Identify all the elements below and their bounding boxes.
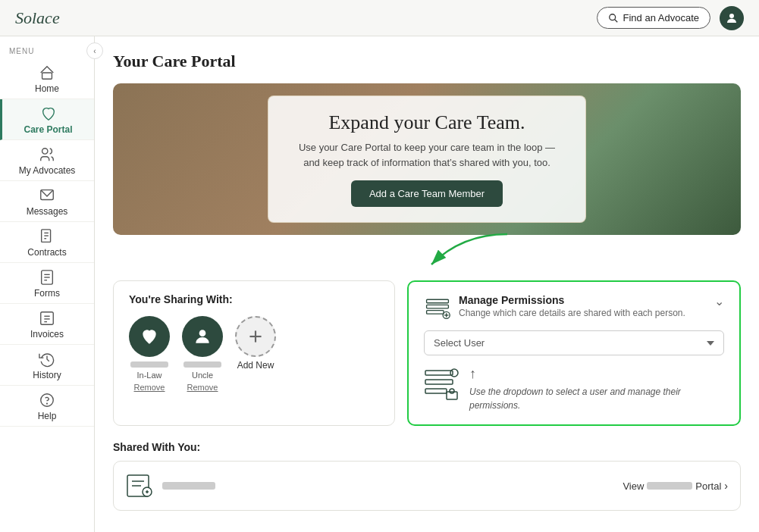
permissions-header-left: Manage Permissions Change which care det…: [424, 294, 685, 321]
sidebar-item-invoices[interactable]: Invoices: [0, 304, 94, 345]
advocates-icon: [39, 146, 55, 163]
add-new-circle[interactable]: [235, 316, 276, 357]
sharing-card: You're Sharing With: In-Law Remove: [113, 280, 395, 426]
svg-rect-25: [427, 305, 449, 308]
forms-icon: [39, 269, 55, 286]
avatar-inlaw-remove[interactable]: Remove: [134, 383, 165, 392]
permissions-hint-text-wrap: ↑ Use the dropdown to select a user and …: [469, 366, 724, 412]
hero-content: Expand your Care Team. Use your Care Por…: [268, 95, 586, 223]
green-arrow: [113, 238, 741, 276]
history-icon: [39, 351, 55, 368]
portal-label: Portal: [695, 480, 721, 492]
svg-point-19: [47, 403, 48, 404]
sidebar-item-home[interactable]: Home: [0, 58, 94, 99]
sidebar-item-label: Invoices: [30, 329, 64, 340]
hero-title: Expand your Care Team.: [291, 111, 563, 134]
sidebar-item-forms[interactable]: Forms: [0, 263, 94, 304]
sidebar-item-label: Forms: [34, 288, 60, 299]
view-portal-button[interactable]: View Portal ›: [623, 480, 728, 492]
svg-point-4: [42, 149, 48, 154]
shared-item-name-blurred: [162, 482, 215, 490]
avatar-uncle: [182, 316, 223, 357]
top-nav: Solace Find an Advocate: [0, 0, 759, 36]
svg-rect-26: [427, 311, 444, 315]
menu-label: MENU: [0, 42, 94, 58]
help-icon: [39, 392, 55, 408]
view-portal-name-blurred: [647, 482, 692, 490]
sidebar-item-label: History: [33, 370, 61, 380]
person-icon: [193, 327, 212, 346]
avatar-uncle-remove[interactable]: Remove: [187, 383, 218, 392]
logo: Solace: [15, 8, 60, 28]
avatar-item-add-new[interactable]: Add New: [235, 316, 276, 371]
sidebar-item-label: Home: [35, 83, 59, 94]
svg-rect-30: [425, 371, 453, 375]
sidebar-item-care-portal[interactable]: Care Portal: [0, 99, 94, 140]
sharing-card-title: You're Sharing With:: [129, 293, 379, 305]
permissions-title: Manage Permissions: [459, 294, 685, 306]
svg-rect-14: [41, 312, 54, 325]
care-portal-icon: [40, 105, 57, 122]
select-user-dropdown[interactable]: Select User: [424, 330, 724, 355]
view-label: View: [623, 480, 644, 492]
messages-icon: [39, 187, 55, 204]
sidebar-item-label: Contracts: [27, 247, 66, 258]
sidebar-item-history[interactable]: History: [0, 345, 94, 386]
find-advocate-label: Find an Advocate: [623, 12, 699, 23]
permissions-card: Manage Permissions Change which care det…: [407, 280, 741, 426]
avatar-item-uncle: Uncle Remove: [182, 316, 223, 392]
sidebar-item-label: Help: [38, 411, 57, 421]
find-advocate-button[interactable]: Find an Advocate: [597, 7, 710, 29]
sidebar-item-contracts[interactable]: Contracts: [0, 222, 94, 263]
invoices-icon: [39, 310, 55, 327]
sidebar-item-messages[interactable]: Messages: [0, 181, 94, 222]
sidebar-item-label: Care Portal: [24, 124, 72, 135]
svg-point-35: [450, 389, 454, 393]
main-content: Your Care Portal Expand your Care Team. …: [95, 36, 759, 532]
shared-with-you-section: Shared With You: View Portal ›: [113, 441, 741, 511]
avatar-inlaw-name-blurred: [130, 361, 168, 368]
sidebar-item-label: Messages: [27, 206, 68, 217]
sidebar: MENU ‹ Home Care Portal My Advocates: [0, 36, 95, 532]
svg-point-18: [41, 394, 54, 407]
permissions-hint: ↑ Use the dropdown to select a user and …: [424, 366, 724, 412]
chevron-down-icon[interactable]: ⌄: [714, 294, 724, 308]
permissions-hint-icon: [424, 366, 462, 404]
svg-rect-33: [425, 389, 447, 393]
svg-point-31: [450, 369, 458, 377]
svg-point-0: [609, 14, 615, 20]
sidebar-collapse-button[interactable]: ‹: [86, 42, 103, 59]
hero-subtitle: Use your Care Portal to keep your care t…: [291, 140, 563, 170]
sidebar-item-label: My Advocates: [19, 165, 76, 176]
svg-rect-3: [42, 73, 52, 79]
chevron-right-icon: ›: [724, 480, 728, 492]
plus-icon: [246, 327, 265, 346]
permissions-hint-text: Use the dropdown to select a user and ma…: [469, 385, 724, 412]
search-icon: [608, 13, 619, 23]
avatar-item-inlaw: In-Law Remove: [129, 316, 170, 392]
user-avatar-button[interactable]: [720, 6, 744, 30]
avatar-uncle-label: Uncle: [192, 371, 213, 380]
permissions-text: Manage Permissions Change which care det…: [459, 294, 685, 318]
contracts-icon: [39, 228, 55, 245]
shared-item: View Portal ›: [113, 461, 741, 511]
avatar-uncle-name-blurred: [183, 361, 221, 368]
add-care-team-member-button[interactable]: Add a Care Team Member: [351, 180, 503, 207]
sidebar-item-my-advocates[interactable]: My Advocates: [0, 140, 94, 181]
sidebar-item-help[interactable]: Help: [0, 386, 94, 427]
permissions-subtitle: Change which care details are shared wit…: [459, 308, 685, 318]
main-layout: MENU ‹ Home Care Portal My Advocates: [0, 36, 759, 532]
heart-icon: [140, 327, 159, 346]
up-arrow-icon: ↑: [469, 366, 724, 382]
add-new-label[interactable]: Add New: [237, 360, 274, 371]
page-title: Your Care Portal: [113, 52, 741, 71]
topnav-right: Find an Advocate: [597, 6, 744, 30]
home-icon: [39, 64, 55, 81]
avatar-inlaw: [129, 316, 170, 357]
svg-point-21: [199, 330, 206, 336]
avatar-inlaw-label: In-Law: [136, 371, 162, 380]
svg-point-2: [729, 14, 734, 18]
shared-item-icon: [126, 472, 153, 499]
svg-line-1: [614, 19, 617, 22]
user-icon: [725, 11, 739, 25]
